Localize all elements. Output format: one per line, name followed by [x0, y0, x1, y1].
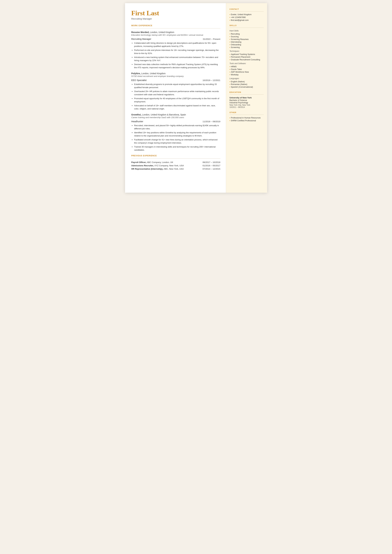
prev-exp-dates-admissions: 01/2016 – 05/2017 — [203, 164, 220, 167]
prev-exp-admissions: Admissions Recruiter, XYZ Company, New Y… — [131, 164, 220, 167]
education-divider — [230, 94, 264, 95]
edu-dates: 10/2011 - 06/2014 — [230, 106, 264, 108]
skill-screening-resumes: Screening Resumes — [230, 38, 264, 40]
company-bold: Resume Worded, — [131, 31, 149, 34]
bullet-item: Overhauled 29+ HR policies to attain max… — [134, 90, 220, 96]
bullet-item: Devised new data collection methods for … — [134, 63, 220, 69]
job-dates-recruiting-manager: 01/2022 – Present — [203, 38, 220, 40]
edu-school-name: University of New York — [230, 97, 264, 99]
other-phr: Professional in Human Resources — [230, 117, 264, 119]
skill-oracle-taleo: Oracle Taleo — [230, 68, 264, 70]
bullets-recruiting-manager: Collaborated with hiring directors to de… — [134, 42, 220, 69]
skill-romanian: Romanian (Native) — [230, 83, 264, 85]
skill-interviewing: Interviewing — [230, 41, 264, 43]
company-desc-polyhire: NYSE-listed recruitment and employer bra… — [131, 75, 220, 77]
skill-hrms: HRMS — [230, 66, 264, 68]
left-column: First Last Recruiting Manager WORK EXPER… — [125, 3, 226, 193]
other-shrm: SHRM Certified Professional — [230, 119, 264, 122]
contact-heading: CONTACT — [230, 8, 264, 10]
education-section: EDUCATION University of New York Bachelo… — [230, 91, 264, 108]
job-block-polyhire: Polyhire, London, United Kingdom NYSE-li… — [131, 72, 220, 110]
skill-recruiting: Recruiting — [230, 33, 264, 35]
skill-workday: Workday — [230, 74, 264, 76]
job-title-eeo: EEO Specialist — [131, 79, 147, 82]
skill-ats: Applicant Tracking Systems — [230, 53, 264, 56]
skill-spanish: Spanish (Conversational) — [230, 86, 264, 88]
job-title-recruiting-manager: Recruiting Manager — [131, 38, 151, 40]
education-heading: EDUCATION — [230, 91, 264, 93]
skill-onboarding: Onboarding — [230, 44, 264, 46]
prev-exp-dates-payroll: 06/2017 – 10/2018 — [203, 161, 220, 163]
skill-graduate-recruitment: Graduate Recruitment Consulting — [230, 59, 264, 61]
prev-exp-label-admissions: Admissions Recruiter, XYZ Company, New Y… — [131, 164, 184, 167]
techniques-label: Techniques: — [230, 50, 264, 52]
skills-divider — [230, 28, 264, 28]
bullet-item: Facilitated smooth change for 41+ new hi… — [134, 138, 220, 144]
bullet-item: Recruited, interviewed, and placed 50+ h… — [134, 124, 220, 130]
job-title-headhunter: Headhunter — [131, 120, 143, 123]
skill-english: English (Native) — [230, 81, 264, 83]
job-dates-headhunter: 11/2018 – 09/2019 — [203, 120, 220, 123]
bullet-item: Advocated on behalf of 19+ staff members… — [134, 104, 220, 110]
prev-exp-hr: HR Representative (Internship), ABC, New… — [131, 168, 220, 170]
languages-label: Languages: — [230, 77, 264, 80]
prev-exp-label-hr: HR Representative (Internship), ABC, New… — [131, 168, 184, 170]
company-name-resume-worded: Resume Worded, London, United Kingdom — [131, 31, 220, 34]
bullet-item: Collaborated with hiring directors to de… — [134, 42, 220, 48]
prev-exp-label-payroll: Payroll Officer, ABC Company, London, UK — [131, 161, 173, 163]
contact-phone: +44 1234567890 — [230, 16, 264, 19]
prev-exp-dates-hr: 07/2014 – 12/2015 — [203, 168, 220, 170]
job-row-headhunter: Headhunter 11/2018 – 09/2019 — [131, 120, 220, 123]
work-experience-heading: WORK EXPERIENCE — [131, 24, 220, 27]
skill-adp: ADP Workforce Now — [230, 71, 264, 73]
previous-experience-divider — [131, 158, 220, 159]
other-heading: OTHER — [230, 112, 264, 113]
skill-screening: Screening — [230, 46, 264, 49]
skill-permanent-placement: Permanent Placement — [230, 56, 264, 58]
job-block-growthsi: Growthsi, London, United Kingdom & Barce… — [131, 113, 220, 151]
edu-degree: Bachelor of Science — [230, 99, 264, 101]
tools-label: Tools and Software: — [230, 62, 264, 65]
company-name-polyhire: Polyhire, London, United Kingdom — [131, 72, 220, 75]
bullet-item: Promoted equal opportunity for 40 employ… — [134, 97, 220, 103]
edu-location: New York City, New York — [230, 104, 264, 106]
company-desc-growthsi: Career training and membership SaaS with… — [131, 116, 220, 119]
contact-address: Exeter, United Kingdom — [230, 14, 264, 16]
contact-divider — [230, 11, 264, 12]
job-block-resume-worded: Resume Worded, London, United Kingdom Ed… — [131, 31, 220, 69]
contact-email: first.last@gmail.com — [230, 19, 264, 21]
previous-experience-heading: PREVIOUS EXPERIENCE — [131, 154, 220, 157]
other-section: OTHER Professional in Human Resources SH… — [230, 112, 264, 122]
skills-section: SKILLS Hard Skills: Recruiting Sourcing … — [230, 24, 264, 88]
hard-skills-label: Hard Skills: — [230, 30, 264, 32]
job-dates-eeo: 10/2019 – 12/2021 — [203, 79, 220, 82]
company-name-growthsi: Growthsi, London, United Kingdom & Barce… — [131, 113, 220, 116]
work-experience-divider — [131, 28, 220, 28]
candidate-title: Recruiting Manager — [131, 17, 220, 20]
contact-section: CONTACT Exeter, United Kingdom +44 12345… — [230, 8, 264, 21]
bullet-item: Established diversity programs to promot… — [134, 83, 220, 89]
company-desc-resume-worded: Education technology startup with 50+ em… — [131, 34, 220, 36]
skills-heading: SKILLS — [230, 24, 264, 26]
job-row-recruiting-manager: Recruiting Manager 01/2022 – Present — [131, 38, 220, 40]
bullet-item: Identified 19+ key positions within Grow… — [134, 131, 220, 137]
candidate-name: First Last — [131, 9, 220, 17]
job-row-eeo: EEO Specialist 10/2019 – 12/2021 — [131, 79, 220, 82]
prev-exp-payroll: Payroll Officer, ABC Company, London, UK… — [131, 161, 220, 163]
bullets-eeo: Established diversity programs to promot… — [134, 83, 220, 110]
resume-page: First Last Recruiting Manager WORK EXPER… — [125, 3, 267, 193]
skill-sourcing: Sourcing — [230, 35, 264, 38]
bullet-item: Trained 30 managers in interviewing skil… — [134, 145, 220, 151]
bullets-headhunter: Recruited, interviewed, and placed 50+ h… — [134, 124, 220, 151]
edu-field: Industrial Psychology — [230, 102, 264, 104]
right-column: CONTACT Exeter, United Kingdom +44 12345… — [226, 3, 267, 193]
other-divider — [230, 115, 264, 115]
bullet-item: Introduced a new tracking system that en… — [134, 56, 220, 62]
company-bold: Growthsi, — [131, 113, 142, 116]
bullet-item: Performed on-site and phone interviews f… — [134, 49, 220, 55]
company-bold: Polyhire, — [131, 72, 141, 75]
